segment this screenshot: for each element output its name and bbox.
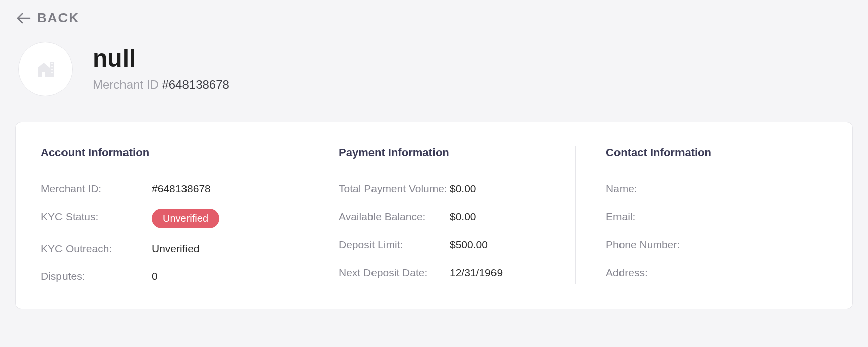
back-button[interactable]: BACK	[16, 10, 853, 26]
value-merchant-id: #648138678	[152, 181, 211, 197]
merchant-name: null	[93, 46, 229, 71]
status-badge-unverified: Unverified	[152, 209, 219, 228]
value-kyc-outreach: Unverified	[152, 241, 200, 257]
value-total-volume: $0.00	[450, 181, 476, 197]
label-contact-phone: Phone Number:	[606, 237, 717, 253]
label-kyc-status: KYC Status:	[41, 209, 152, 225]
row-total-volume: Total Payment Volume: $0.00	[339, 181, 550, 197]
row-merchant-id: Merchant ID: #648138678	[41, 181, 283, 197]
value-disputes: 0	[152, 268, 158, 284]
row-disputes: Disputes: 0	[41, 268, 283, 284]
merchant-header: null Merchant ID #648138678	[15, 42, 853, 96]
value-available-balance: $0.00	[450, 209, 476, 225]
section-title-payment: Payment Information	[339, 146, 550, 159]
label-available-balance: Available Balance:	[339, 209, 450, 225]
arrow-left-icon	[16, 12, 31, 24]
row-next-deposit: Next Deposit Date: 12/31/1969	[339, 265, 550, 281]
label-kyc-outreach: KYC Outreach:	[41, 241, 152, 257]
row-contact-phone: Phone Number:	[606, 237, 802, 253]
value-next-deposit: 12/31/1969	[450, 265, 503, 281]
back-label: BACK	[37, 10, 79, 26]
label-contact-email: Email:	[606, 209, 717, 225]
label-merchant-id: Merchant ID:	[41, 181, 152, 197]
row-contact-email: Email:	[606, 209, 802, 225]
building-icon	[34, 56, 57, 82]
merchant-id-label: Merchant ID	[93, 78, 159, 91]
label-contact-address: Address:	[606, 265, 717, 281]
row-available-balance: Available Balance: $0.00	[339, 209, 550, 225]
row-contact-address: Address:	[606, 265, 802, 281]
svg-rect-1	[42, 72, 45, 77]
contact-info-section: Contact Information Name: Email: Phone N…	[575, 146, 827, 284]
merchant-id-line: Merchant ID #648138678	[93, 78, 229, 92]
label-total-volume: Total Payment Volume:	[339, 181, 450, 197]
row-contact-name: Name:	[606, 181, 802, 197]
row-deposit-limit: Deposit Limit: $500.00	[339, 237, 550, 253]
label-next-deposit: Next Deposit Date:	[339, 265, 450, 281]
label-contact-name: Name:	[606, 181, 717, 197]
value-deposit-limit: $500.00	[450, 237, 488, 253]
section-title-contact: Contact Information	[606, 146, 802, 159]
merchant-id-value: #648138678	[162, 78, 229, 91]
account-info-section: Account Information Merchant ID: #648138…	[41, 146, 308, 284]
label-disputes: Disputes:	[41, 268, 152, 284]
info-card: Account Information Merchant ID: #648138…	[15, 122, 853, 309]
merchant-avatar	[18, 42, 73, 96]
section-title-account: Account Information	[41, 146, 283, 159]
row-kyc-status: KYC Status: Unverified	[41, 209, 283, 228]
label-deposit-limit: Deposit Limit:	[339, 237, 450, 253]
row-kyc-outreach: KYC Outreach: Unverified	[41, 241, 283, 257]
payment-info-section: Payment Information Total Payment Volume…	[308, 146, 575, 284]
